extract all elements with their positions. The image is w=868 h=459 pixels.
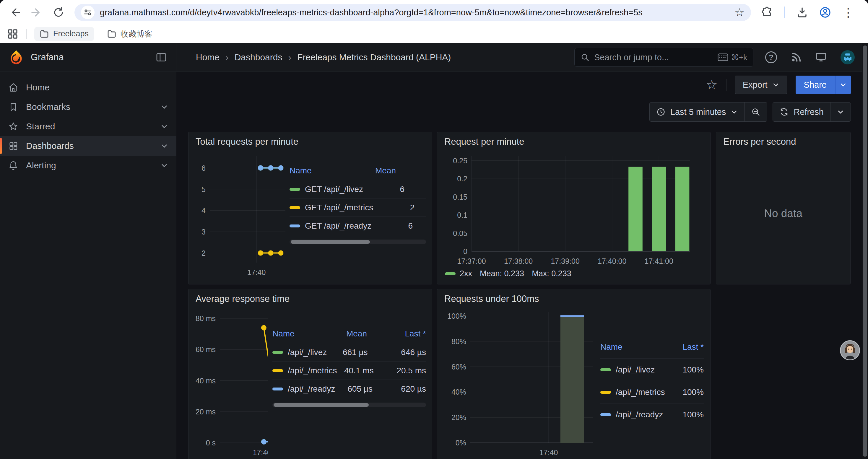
panel-title[interactable]: Errors per second <box>716 132 850 152</box>
request-per-minute-chart[interactable]: 00.050.10.150.20.2517:37:0017:38:0017:39… <box>443 152 704 267</box>
breadcrumb-home[interactable]: Home <box>196 52 219 62</box>
extensions-icon[interactable] <box>761 6 773 18</box>
back-icon[interactable] <box>9 6 21 18</box>
site-settings-icon[interactable] <box>81 6 95 19</box>
home-icon <box>8 83 18 93</box>
sidebar-item-label: Alerting <box>26 160 56 170</box>
legend-column-header[interactable]: Name <box>600 342 665 352</box>
series-value: 40.1 ms <box>337 366 374 375</box>
grafana-logo[interactable] <box>9 50 24 65</box>
share-button[interactable]: Share <box>796 76 835 94</box>
help-icon[interactable]: ? <box>765 52 777 63</box>
search-input[interactable]: Search or jump to... ⌘+k <box>574 48 753 67</box>
requests-under-100ms-chart[interactable]: 0%20%40%60%80%100%17:40 <box>443 309 593 458</box>
series-name: /api/_/livez <box>288 348 327 357</box>
brand-name[interactable]: Grafana <box>31 52 64 63</box>
legend-row[interactable]: /api/_/readyz605 µs620 µs <box>272 380 426 398</box>
download-icon[interactable] <box>796 6 808 18</box>
legend-inline[interactable]: 2xx Mean: 0.233 Max: 0.233 <box>443 267 571 278</box>
assistant-avatar-image <box>841 341 859 359</box>
refresh-button[interactable]: Refresh <box>773 102 830 121</box>
share-dropdown-button[interactable] <box>835 76 851 94</box>
breadcrumb-separator: › <box>225 52 229 63</box>
legend-column-header[interactable]: Name <box>289 166 354 175</box>
panel-title[interactable]: Average response time <box>188 289 432 309</box>
legend-row[interactable]: /api/_/livez100% <box>600 358 704 381</box>
profile-icon[interactable] <box>819 6 831 18</box>
page-scrollbar[interactable] <box>862 43 868 459</box>
rss-icon[interactable] <box>790 52 802 63</box>
chevron-down-icon[interactable] <box>160 103 168 111</box>
sidebar: Home Bookmarks Starred Dashboards Alerti… <box>0 72 176 459</box>
legend-row[interactable]: /api/_/metrics100% <box>600 381 704 403</box>
legend-row[interactable]: /api/_/readyz100% <box>600 403 704 426</box>
breadcrumb-current: Freeleaps Metrics Dashboard (ALPHA) <box>297 52 451 62</box>
svg-text:0 s: 0 s <box>206 438 216 447</box>
menu-icon[interactable]: ⋮ <box>842 6 854 18</box>
favorite-star-icon[interactable]: ☆ <box>706 78 717 91</box>
reload-icon[interactable] <box>53 6 64 18</box>
panel-total-requests: Total requests per minute 2345617:40 Nam… <box>188 132 432 285</box>
scrollbar-thumb[interactable] <box>863 45 867 457</box>
sidebar-item-alerting[interactable]: Alerting <box>0 156 176 175</box>
legend-column-header[interactable]: Mean <box>326 329 367 338</box>
legend-row[interactable]: GET /api/_/metrics2 <box>289 198 426 217</box>
series-swatch <box>445 272 456 275</box>
series-name: /api/_/metrics <box>616 388 665 397</box>
panel-title[interactable]: Requests under 100ms <box>437 289 710 309</box>
legend-row[interactable]: GET /api/_/readyz6 <box>289 217 426 235</box>
sidebar-item-starred[interactable]: Starred <box>0 117 176 136</box>
legend-scrollbar[interactable] <box>272 402 426 407</box>
legend-column-header[interactable]: Last * <box>665 342 704 352</box>
apps-grid-icon[interactable] <box>7 28 18 40</box>
floating-assistant-avatar[interactable] <box>840 340 860 360</box>
bookmark-folder-blogs[interactable]: 收藏博客 <box>102 26 158 42</box>
panel-title[interactable]: Request per minute <box>437 132 710 152</box>
forward-icon[interactable] <box>31 6 42 18</box>
chevron-down-icon[interactable] <box>160 123 168 130</box>
url-bar[interactable]: grafana.mathmast.com/d/deytv4rwavabkb/fr… <box>74 4 751 21</box>
svg-text:100%: 100% <box>447 312 466 320</box>
legend-row[interactable]: GET /api/_/livez6 <box>289 180 426 198</box>
export-button[interactable]: Export <box>735 76 787 94</box>
legend-column-header[interactable]: Mean <box>354 166 396 175</box>
zoom-out-button[interactable] <box>744 102 767 121</box>
sidebar-item-label: Bookmarks <box>26 102 70 112</box>
legend-row[interactable]: /api/_/livez661 µs646 µs <box>272 343 426 361</box>
series-name: /api/_/metrics <box>288 366 337 375</box>
series-swatch <box>289 206 300 209</box>
svg-text:0.25: 0.25 <box>453 157 467 165</box>
svg-text:17:40: 17:40 <box>253 448 268 457</box>
chevron-down-icon[interactable] <box>160 142 168 150</box>
panel-title[interactable]: Total requests per minute <box>188 132 432 152</box>
breadcrumb: Home › Dashboards › Freeleaps Metrics Da… <box>196 52 451 63</box>
svg-text:17:40: 17:40 <box>539 448 558 457</box>
toolbar-divider <box>784 6 785 18</box>
url-text[interactable]: grafana.mathmast.com/d/deytv4rwavabkb/fr… <box>100 8 729 18</box>
series-swatch <box>272 388 283 391</box>
display-icon[interactable] <box>815 52 827 63</box>
sidebar-item-bookmarks[interactable]: Bookmarks <box>0 97 176 117</box>
user-avatar[interactable] <box>840 50 855 65</box>
breadcrumb-dashboards[interactable]: Dashboards <box>235 52 282 62</box>
series-mean: Mean: 0.233 <box>480 269 524 278</box>
legend: NameMeanLast */api/_/livez661 µs646 µs/a… <box>272 325 426 407</box>
avg-response-time-chart[interactable]: 0 s20 ms40 ms60 ms80 ms17:40 <box>194 309 268 458</box>
keyboard-icon <box>718 54 728 61</box>
legend-column-header[interactable]: Name <box>272 329 326 338</box>
legend-column-header[interactable]: Last * <box>367 329 426 338</box>
sidebar-item-dashboards[interactable]: Dashboards <box>0 136 176 156</box>
megamenu-toggle-icon[interactable] <box>155 52 167 63</box>
total-requests-chart[interactable]: 2345617:40 <box>194 152 285 280</box>
chevron-down-icon[interactable] <box>160 162 168 169</box>
legend-scrollbar[interactable] <box>289 239 426 244</box>
time-range-picker[interactable]: Last 5 minutes <box>650 102 745 121</box>
svg-text:0.2: 0.2 <box>457 174 467 183</box>
bookmark-star-icon[interactable]: ☆ <box>735 7 745 18</box>
bookmark-folder-label: Freeleaps <box>53 29 89 38</box>
bookmark-folder-freeleaps[interactable]: Freeleaps <box>34 27 94 41</box>
legend-row[interactable]: /api/_/metrics40.1 ms20.5 ms <box>272 361 426 380</box>
sidebar-item-home[interactable]: Home <box>0 78 176 97</box>
refresh-group: Refresh <box>773 102 851 122</box>
refresh-interval-dropdown[interactable] <box>830 102 850 121</box>
